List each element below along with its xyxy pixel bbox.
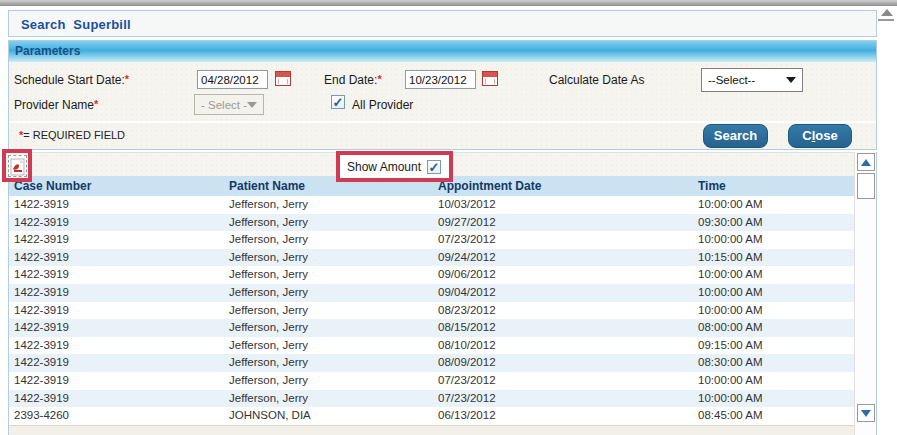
parameters-panel: Parameters Schedule Start Date:* End Dat… [8,40,877,150]
title-bar: Search Superbill [8,10,877,37]
results-footer-strip [9,425,855,435]
outer-scrollbar-up-icon[interactable] [881,9,893,16]
table-cell: 08:00:00 AM [698,319,763,337]
table-cell: 10:00:00 AM [698,231,763,249]
table-cell: 06/13/2012 [438,407,496,425]
grid-scrollbar-down-button[interactable] [857,404,875,422]
grid-scrollbar-thumb[interactable] [857,173,875,199]
table-cell: 09/06/2012 [438,266,496,284]
table-cell: 08/23/2012 [438,302,496,320]
table-row[interactable]: 1422-3919Jefferson, Jerry08/15/201208:00… [9,319,855,337]
table-cell: 1422-3919 [14,284,69,302]
table-row[interactable]: 1422-3919Jefferson, Jerry07/23/201210:00… [9,231,855,249]
pdf-export-icon[interactable] [8,155,27,177]
table-cell: 09:30:00 AM [698,214,763,232]
table-cell: 09/27/2012 [438,214,496,232]
window-edge [0,0,897,6]
pdf-annotation-highlight [2,149,32,182]
search-button[interactable]: Search [703,124,768,148]
table-cell: 08/09/2012 [438,354,496,372]
table-cell: 10:00:00 AM [698,266,763,284]
table-cell: Jefferson, Jerry [229,302,308,320]
table-cell: 1422-3919 [14,319,69,337]
calculate-date-as-label: Calculate Date As [549,73,644,87]
search-superbill-window: Search Superbill Parameters Schedule Sta… [0,0,897,435]
table-row[interactable]: 1422-3919Jefferson, Jerry07/23/201210:00… [9,390,855,408]
table-cell: Jefferson, Jerry [229,284,308,302]
schedule-start-date-input[interactable] [197,70,268,89]
table-cell: 07/23/2012 [438,372,496,390]
table-cell: Jefferson, Jerry [229,319,308,337]
table-row[interactable]: 1422-3919Jefferson, Jerry09/04/201210:00… [9,284,855,302]
show-amount-checkbox[interactable]: ✓ [427,160,441,174]
table-cell: 10:00:00 AM [698,390,763,408]
table-cell: 1422-3919 [14,390,69,408]
table-row[interactable]: 1422-3919Jefferson, Jerry10/03/201210:00… [9,196,855,214]
grid-scrollbar-up-button[interactable] [857,153,875,171]
table-cell: 1422-3919 [14,214,69,232]
table-cell: Jefferson, Jerry [229,214,308,232]
table-cell: 1422-3919 [14,249,69,267]
table-cell: 10:00:00 AM [698,284,763,302]
table-cell: 1422-3919 [14,266,69,284]
table-row[interactable]: 2393-4260JOHNSON, DIA06/13/201208:45:00 … [9,407,855,425]
table-cell: 07/23/2012 [438,231,496,249]
required-field-note: *= REQUIRED FIELD [19,129,125,141]
table-cell: 1422-3919 [14,231,69,249]
end-date-input[interactable] [405,70,476,89]
table-cell: 08:30:00 AM [698,354,763,372]
table-cell: 1422-3919 [14,372,69,390]
table-cell: Jefferson, Jerry [229,196,308,214]
table-row[interactable]: 1422-3919Jefferson, Jerry08/23/201210:00… [9,302,855,320]
table-cell: 08/15/2012 [438,319,496,337]
table-cell: JOHNSON, DIA [229,407,311,425]
table-row[interactable]: 1422-3919Jefferson, Jerry09/27/201209:30… [9,214,855,232]
calculate-date-as-value: --Select-- [708,74,755,86]
calendar-icon-end-date[interactable] [482,71,498,86]
table-row[interactable]: 1422-3919Jefferson, Jerry07/23/201210:00… [9,372,855,390]
table-cell: 10:00:00 AM [698,196,763,214]
table-row[interactable]: 1422-3919Jefferson, Jerry09/06/201210:00… [9,266,855,284]
table-row[interactable]: 1422-3919Jefferson, Jerry09/24/201210:15… [9,249,855,267]
results-panel: Case Number Patient Name Appointment Dat… [8,152,877,435]
table-cell: 09/04/2012 [438,284,496,302]
results-table-body: 1422-3919Jefferson, Jerry10/03/201210:00… [9,196,855,425]
chevron-down-icon [247,102,257,108]
grid-scrollbar[interactable] [854,152,876,435]
column-header-patient-name[interactable]: Patient Name [229,176,305,196]
chevron-down-icon [786,77,796,83]
table-cell: 1422-3919 [14,354,69,372]
table-cell: 2393-4260 [14,407,69,425]
parameters-form: Schedule Start Date:* End Date:* Calcula… [9,62,876,121]
provider-name-label: Provider Name* [14,98,98,112]
calendar-icon-start-date[interactable] [275,71,291,86]
triangle-up-icon [861,159,871,166]
table-cell: 10:15:00 AM [698,249,763,267]
provider-name-select[interactable]: - Select - [194,94,264,115]
required-asterisk: * [94,98,98,110]
table-cell: 09:15:00 AM [698,337,763,355]
triangle-down-icon [861,410,871,417]
required-asterisk: * [377,73,381,85]
table-row[interactable]: 1422-3919Jefferson, Jerry08/10/201209:15… [9,337,855,355]
table-cell: 1422-3919 [14,337,69,355]
table-cell: 10:00:00 AM [698,372,763,390]
required-asterisk: * [125,73,129,85]
table-cell: Jefferson, Jerry [229,231,308,249]
column-header-time[interactable]: Time [698,176,726,196]
required-field-row: *= REQUIRED FIELD Search Close [9,123,876,149]
table-cell: Jefferson, Jerry [229,354,308,372]
calculate-date-as-select[interactable]: --Select-- [701,68,803,92]
table-cell: 08/10/2012 [438,337,496,355]
table-row[interactable]: 1422-3919Jefferson, Jerry08/09/201208:30… [9,354,855,372]
outer-scrollbar-track[interactable] [878,19,894,21]
column-header-appointment-date[interactable]: Appointment Date [438,176,541,196]
table-cell: Jefferson, Jerry [229,249,308,267]
table-cell: 07/23/2012 [438,390,496,408]
table-cell: 1422-3919 [14,302,69,320]
show-amount-label: Show Amount [347,160,421,174]
close-button[interactable]: Close [788,124,852,148]
all-provider-label: All Provider [352,98,413,112]
all-provider-checkbox[interactable]: ✓ [331,95,345,109]
parameters-section-label: Parameters [15,44,80,58]
